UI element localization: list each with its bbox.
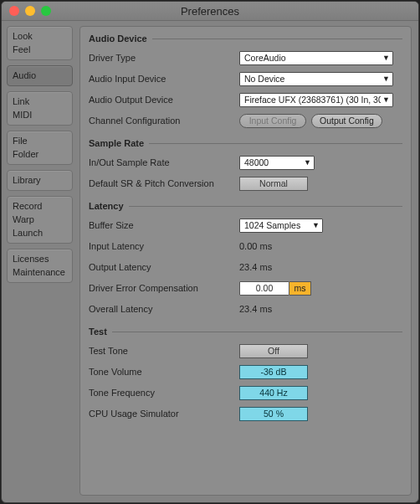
sidebar-item-licenses: Licenses [11,252,69,265]
sidebar-item-record: Record [11,199,69,213]
zoom-icon[interactable] [41,6,51,16]
sidebar-item-midi: MIDI [11,108,69,121]
minimize-icon[interactable] [25,6,35,16]
sidebar-group-6[interactable]: LicensesMaintenance [7,249,73,283]
audio-output-device-label: Audio Output Device [89,95,239,105]
cpu-simulator-input[interactable]: 50 % [239,407,308,421]
chevron-down-icon: ▼ [382,75,390,83]
sidebar-item-look: Look [11,29,69,43]
window-title: Preferences [181,5,239,18]
sidebar-group-1[interactable]: Audio [7,65,73,86]
audio-input-device-label: Audio Input Device [89,74,239,84]
output-latency-value: 23.4 ms [239,262,272,272]
overall-latency-value: 23.4 ms [239,304,272,314]
preferences-panel: Audio Device Driver Type CoreAudio▼ Audi… [79,26,412,496]
chevron-down-icon: ▼ [382,54,390,62]
driver-error-input[interactable]: 0.00 [239,281,289,296]
chevron-down-icon: ▼ [304,158,311,167]
section-sample-rate: Sample Rate [89,138,402,148]
test-tone-button[interactable]: Off [239,344,308,358]
sidebar-group-3[interactable]: FileFolder [7,131,73,165]
channel-configuration-label: Channel Configuration [89,116,239,126]
buffer-size-label: Buffer Size [89,220,239,230]
chevron-down-icon: ▼ [382,95,390,104]
tone-volume-input[interactable]: -36 dB [239,365,308,379]
titlebar: Preferences [2,2,418,21]
audio-input-device-dropdown[interactable]: No Device▼ [239,72,393,86]
sidebar: LookFeelAudioLinkMIDIFileFolderLibraryRe… [2,21,73,502]
sidebar-group-2[interactable]: LinkMIDI [7,91,73,126]
sidebar-item-feel: Feel [11,43,69,56]
buffer-size-dropdown[interactable]: 1024 Samples▼ [239,219,323,233]
sidebar-item-link: Link [11,95,69,108]
driver-type-label: Driver Type [89,53,239,63]
section-test: Test [89,327,402,337]
pitch-conversion-label: Default SR & Pitch Conversion [89,178,239,188]
input-latency-label: Input Latency [89,241,239,251]
sidebar-item-maintenance: Maintenance [11,265,69,279]
section-audio-device: Audio Device [89,33,402,44]
sidebar-item-warp: Warp [11,213,69,226]
cpu-simulator-label: CPU Usage Simulator [89,409,239,419]
audio-output-device-dropdown[interactable]: Fireface UFX (23683761) (30 In, 30 O▼ [239,93,393,107]
input-latency-value: 0.00 ms [239,241,272,251]
tone-frequency-input[interactable]: 440 Hz [239,386,308,400]
input-config-button[interactable]: Input Config [239,114,306,128]
driver-type-dropdown[interactable]: CoreAudio▼ [239,51,393,65]
sample-rate-dropdown[interactable]: 48000▼ [239,156,315,170]
sidebar-item-audio: Audio [11,69,69,82]
sidebar-item-folder: Folder [11,147,69,161]
test-tone-label: Test Tone [89,346,239,356]
output-latency-label: Output Latency [89,262,239,272]
sidebar-item-file: File [11,134,69,147]
sample-rate-label: In/Out Sample Rate [89,157,239,167]
pitch-conversion-button[interactable]: Normal [239,177,308,191]
output-config-button[interactable]: Output Config [311,114,382,128]
driver-error-unit: ms [289,281,311,296]
sidebar-group-0[interactable]: LookFeel [7,26,73,60]
chevron-down-icon: ▼ [312,221,320,229]
tone-volume-label: Tone Volume [89,367,239,377]
close-icon[interactable] [9,6,19,16]
sidebar-group-4[interactable]: Library [7,170,73,191]
driver-error-label: Driver Error Compensation [89,283,239,293]
tone-frequency-label: Tone Frequency [89,388,239,398]
section-latency: Latency [89,201,402,211]
sidebar-item-library: Library [11,173,69,187]
window: Preferences LookFeelAudioLinkMIDIFileFol… [1,1,419,503]
overall-latency-label: Overall Latency [89,304,239,314]
sidebar-group-5[interactable]: RecordWarpLaunch [7,196,73,244]
sidebar-item-launch: Launch [11,226,69,239]
content: Audio Device Driver Type CoreAudio▼ Audi… [73,21,418,502]
